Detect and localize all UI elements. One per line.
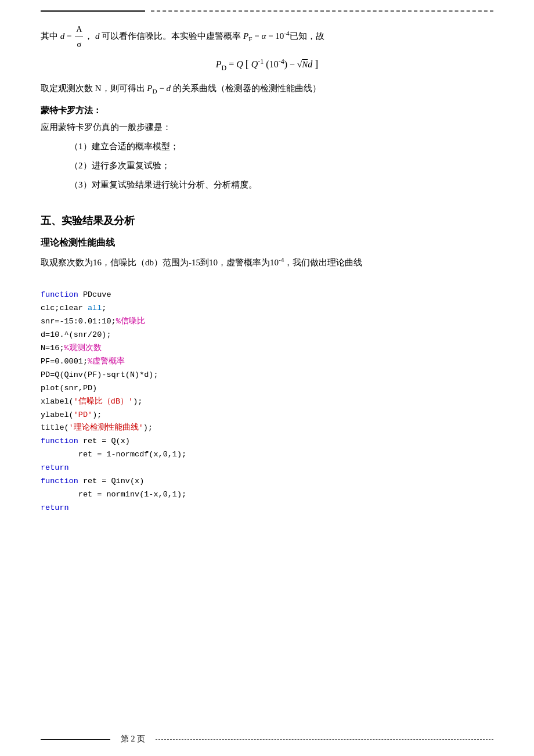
code-all: all (88, 304, 102, 312)
keyword-function-3: function (41, 477, 78, 485)
page: 其中 d = A σ ， d 可以看作信噪比。本实验中虚警概率 PF = α =… (0, 0, 534, 756)
keyword-function-1: function (41, 290, 78, 299)
fraction-A-sigma: A σ (75, 22, 83, 52)
footer-left-line (41, 739, 110, 740)
theory-curve-heading: 理论检测性能曲线 (41, 237, 493, 249)
comment-PF: %虚警概率 (88, 357, 125, 366)
step-3: （3）对重复试验结果进行统计分析、分析精度。 (70, 177, 493, 193)
return-1: return (41, 463, 69, 472)
section5-title: 五、实验结果及分析 (41, 214, 493, 228)
theory-intro: 取观察次数为16，信噪比（db）范围为-15到10，虚警概率为10-4，我们做出… (41, 254, 493, 271)
keyword-function-2: function (41, 437, 78, 445)
step-2: （2）进行多次重复试验； (70, 158, 493, 174)
intro-text: 其中 d = A σ ， d 可以看作信噪比。本实验中虚警概率 PF = α =… (41, 22, 493, 52)
top-border (41, 0, 493, 12)
return-2: return (41, 503, 69, 512)
monte-carlo-intro: 应用蒙特卡罗仿真的一般步骤是： (41, 120, 493, 135)
comment-N: %观测次数 (64, 344, 102, 352)
step-1: （1）建立合适的概率模型； (70, 139, 493, 154)
footer-page-number: 第 2 页 (110, 734, 156, 744)
display-formula: PD = Q [ Q-1 (10-4) − √Nd ] (41, 57, 493, 73)
string-title: '理论检测性能曲线' (69, 423, 143, 432)
top-border-dashes (151, 10, 493, 12)
string-ylabel: 'PD' (74, 411, 92, 419)
code-block: function PDcuve clc;clear all; snr=-15:0… (41, 275, 493, 528)
observation-text: 取定观测次数 N，则可得出 PD − d 的关系曲线（检测器的检测性能曲线） (41, 81, 493, 97)
page-footer: 第 2 页 (0, 734, 534, 744)
top-border-left-line (41, 10, 145, 12)
footer-dashes (156, 739, 493, 740)
comment-snr: %信噪比 (116, 317, 145, 326)
string-xlabel: '信噪比（dB）' (74, 397, 133, 406)
monte-carlo-heading: 蒙特卡罗方法： (41, 105, 493, 116)
